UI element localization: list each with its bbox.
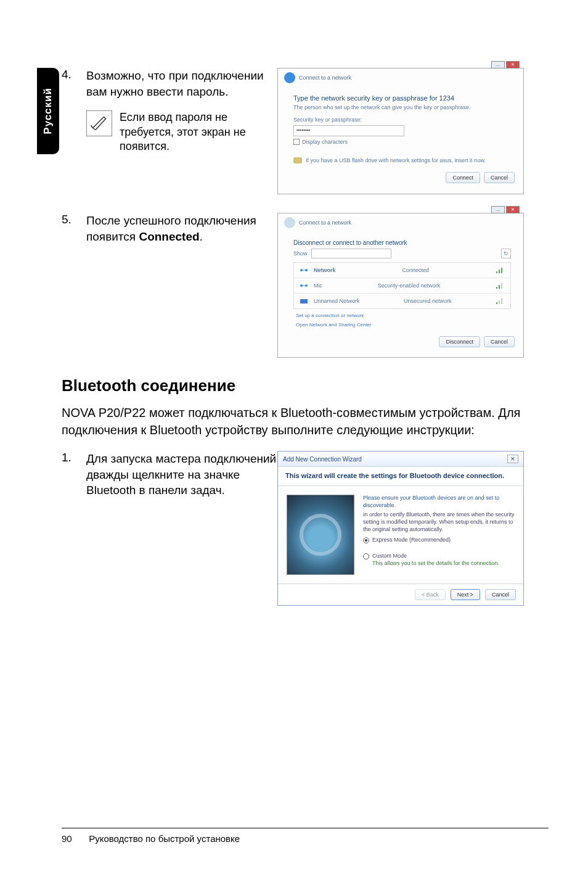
cancel-button[interactable]: Cancel xyxy=(485,589,516,600)
svg-rect-8 xyxy=(499,285,500,289)
network-row-unsecured[interactable]: Unnamed Network Unsecured network xyxy=(294,293,510,308)
show-label: Show xyxy=(293,250,308,257)
titlebar-controls: — ✕ xyxy=(491,206,520,213)
step-bt-1-number: 1. xyxy=(62,451,86,606)
step-5-bold: Connected xyxy=(139,230,199,243)
checkbox-icon xyxy=(293,139,300,145)
wizard-instruction-1: Please ensure your Bluetooth devices are… xyxy=(363,495,515,509)
close-icon[interactable]: ✕ xyxy=(506,206,520,213)
wizard-text: Please ensure your Bluetooth devices are… xyxy=(363,495,515,575)
express-mode-radio[interactable]: Express Mode (Recommended) xyxy=(363,537,515,544)
step-5-text-post: . xyxy=(200,230,203,243)
network-icon xyxy=(299,297,309,305)
disconnect-button[interactable]: Disconnect xyxy=(439,336,480,347)
back-icon[interactable] xyxy=(284,217,295,228)
network-icon xyxy=(299,266,309,274)
network-row-connected[interactable]: Network Connected xyxy=(294,263,510,278)
network-name: Mic xyxy=(314,283,322,289)
minimize-icon[interactable]: — xyxy=(491,61,505,68)
cancel-button[interactable]: Cancel xyxy=(484,172,515,183)
radio-off-icon xyxy=(363,553,369,559)
display-characters-checkbox[interactable]: Display characters xyxy=(293,139,511,145)
step-4-note: Если ввод пароля не требуется, этот экра… xyxy=(86,110,277,154)
screenshot-network-list-dialog: — ✕ Connect to a network Disconnect or c… xyxy=(277,213,524,358)
setup-connection-link[interactable]: Set up a connection or network xyxy=(296,313,508,318)
dialog-title: Connect to a network xyxy=(299,220,351,226)
step-5-row: 5. После успешного подключения появится … xyxy=(62,213,549,358)
network-status: Connected xyxy=(402,267,429,273)
page-footer: 90 Руководство по быстрой установке xyxy=(62,828,549,844)
next-button[interactable]: Next > xyxy=(451,589,480,600)
usb-icon xyxy=(293,157,302,163)
back-button: < Back xyxy=(415,589,446,600)
signal-icon xyxy=(496,266,505,274)
svg-rect-11 xyxy=(496,302,497,304)
close-icon[interactable]: ✕ xyxy=(506,61,520,68)
svg-rect-12 xyxy=(499,300,500,304)
express-mode-label: Express Mode (Recommended) xyxy=(372,537,451,544)
language-side-tab: Русский xyxy=(37,68,59,154)
step-5-text: После успешного подключения появится Con… xyxy=(86,213,277,358)
step-4-row: 4. Возможно, что при подключении вам нуж… xyxy=(62,68,549,194)
dialog-heading: Type the network security key or passphr… xyxy=(293,94,511,102)
network-icon xyxy=(299,282,309,289)
dialog-header: Connect to a network xyxy=(278,213,523,232)
language-side-tab-label: Русский xyxy=(42,88,54,134)
main-content: 4. Возможно, что при подключении вам нуж… xyxy=(62,68,549,624)
refresh-icon[interactable]: ↻ xyxy=(501,249,511,258)
step-bt-1-text-col: 1. Для запуска мастера подключений дважд… xyxy=(62,451,277,606)
screenshot-bluetooth-wizard: Add New Connection Wizard ✕ This wizard … xyxy=(277,451,524,606)
custom-mode-label: Custom Mode xyxy=(372,553,499,560)
page-number: 90 xyxy=(62,833,86,844)
step-bt-1-text: Для запуска мастера подключений дважды щ… xyxy=(86,451,277,606)
usb-hint: If you have a USB flash drive with netwo… xyxy=(293,157,511,163)
wizard-buttons: < Back Next > Cancel xyxy=(278,584,523,605)
section-intro: NOVA P20/P22 может подключаться к Blueto… xyxy=(62,404,549,439)
titlebar-controls: — ✕ xyxy=(491,61,520,68)
step-5-number: 5. xyxy=(62,213,86,358)
svg-rect-10 xyxy=(300,299,308,303)
section-title-bluetooth: Bluetooth соединение xyxy=(62,376,549,395)
show-dropdown[interactable] xyxy=(311,249,391,258)
signal-icon xyxy=(496,282,505,289)
step-4-text: Возможно, что при подключении вам нужно … xyxy=(86,68,277,99)
network-row-secured[interactable]: Mic Security-enabled network xyxy=(294,278,510,293)
step-4-number: 4. xyxy=(62,68,86,194)
show-dropdown-row: Show ↻ xyxy=(293,249,511,258)
svg-rect-2 xyxy=(496,271,497,273)
footer-title: Руководство по быстрой установке xyxy=(89,833,240,844)
security-key-input[interactable]: •••••••• xyxy=(293,125,404,136)
custom-mode-radio[interactable]: Custom Mode This allows you to set the d… xyxy=(363,553,515,567)
open-sharing-center-link[interactable]: Open Network and Sharing Center xyxy=(296,322,508,328)
note-icon xyxy=(86,110,112,136)
security-key-label: Security key or passphrase: xyxy=(293,117,511,123)
network-list: Network Connected Mic Security-enabled n… xyxy=(293,262,511,309)
close-icon[interactable]: ✕ xyxy=(507,455,518,463)
network-name: Network xyxy=(314,267,336,273)
svg-rect-7 xyxy=(496,287,497,289)
wizard-image xyxy=(287,495,354,575)
svg-rect-9 xyxy=(501,283,502,289)
step-bt-1-row: 1. Для запуска мастера подключений дважд… xyxy=(62,451,549,606)
minimize-icon[interactable]: — xyxy=(491,206,505,213)
back-icon[interactable] xyxy=(284,72,295,83)
screenshot-network-key-dialog: — ✕ Connect to a network Type the networ… xyxy=(277,68,524,194)
svg-rect-3 xyxy=(499,270,500,273)
step-5-text-col: 5. После успешного подключения появится … xyxy=(62,213,277,358)
custom-mode-desc: This allows you to set the details for t… xyxy=(372,560,499,567)
network-status: Unsecured network xyxy=(404,298,452,304)
radio-on-icon xyxy=(363,537,369,543)
step-4-text-col: 4. Возможно, что при подключении вам нуж… xyxy=(62,68,277,194)
display-characters-label: Display characters xyxy=(302,139,348,145)
wizard-headline: This wizard will create the settings for… xyxy=(278,467,523,486)
network-name: Unnamed Network xyxy=(314,298,360,304)
signal-icon xyxy=(496,297,505,305)
step-4-body: Возможно, что при подключении вам нужно … xyxy=(86,68,277,194)
wizard-body: Please ensure your Bluetooth devices are… xyxy=(278,486,523,584)
svg-rect-13 xyxy=(501,299,502,304)
wizard-title: Add New Connection Wizard xyxy=(283,456,362,463)
cancel-button[interactable]: Cancel xyxy=(484,336,515,347)
usb-hint-text: If you have a USB flash drive with netwo… xyxy=(306,157,486,163)
wizard-instruction-2: In order to certify Bluetooth, there are… xyxy=(363,511,515,533)
connect-button[interactable]: Connect xyxy=(446,172,480,183)
